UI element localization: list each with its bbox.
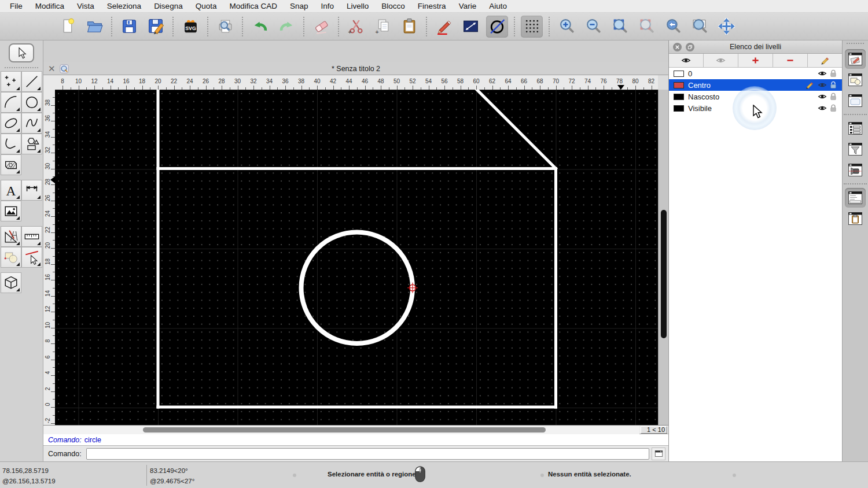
menu-disegna[interactable]: Disegna <box>148 0 189 13</box>
menu-info[interactable]: Info <box>315 0 341 13</box>
hide-all-layers-button[interactable] <box>704 54 738 67</box>
solid-tool-button[interactable] <box>1 272 21 293</box>
layer-list-toggle[interactable] <box>845 49 866 69</box>
zoom-previous-button[interactable] <box>662 16 684 38</box>
strip-drag-handle[interactable] <box>847 43 864 45</box>
distance-tool-button[interactable] <box>459 16 481 38</box>
laser-tool-toggle[interactable] <box>845 160 866 180</box>
menu-aiuto[interactable]: Aiuto <box>483 0 513 13</box>
grid-toggle[interactable] <box>521 16 543 38</box>
vertical-scrollbar[interactable] <box>658 90 668 425</box>
menu-blocco[interactable]: Blocco <box>375 0 411 13</box>
command-input[interactable] <box>86 448 649 460</box>
property-editor-toggle[interactable] <box>845 91 866 110</box>
layer-row-visibile[interactable]: Visibile <box>669 102 842 114</box>
layer-lock-icon[interactable] <box>829 80 838 90</box>
layer-visibility-icon[interactable] <box>818 103 827 113</box>
ellipse-tool-button[interactable] <box>1 113 21 134</box>
hatch-tool-button[interactable] <box>1 154 21 175</box>
cut-button[interactable]: + <box>345 16 367 38</box>
svg-export-button[interactable]: SVG <box>179 16 201 38</box>
spline-tool-button[interactable] <box>21 113 42 134</box>
line-tool-button[interactable] <box>21 71 42 92</box>
cad-tools-button[interactable] <box>1 226 21 247</box>
open-button[interactable] <box>83 16 105 38</box>
layer-visibility-icon[interactable] <box>818 69 827 78</box>
modify-tool-button[interactable] <box>1 247 21 268</box>
menu-snap[interactable]: Snap <box>284 0 315 13</box>
menu-finestra[interactable]: Finestra <box>411 0 453 13</box>
menu-quota[interactable]: Quota <box>189 0 223 13</box>
layer-row-nascosto[interactable]: Nascosto <box>669 91 842 102</box>
layer-row-0[interactable]: 0 <box>669 68 842 79</box>
remove-layer-button[interactable] <box>773 54 808 67</box>
horizontal-scrollbar-thumb[interactable] <box>143 427 546 432</box>
command-panel-button[interactable] <box>652 448 665 460</box>
measure-tool-button[interactable] <box>21 226 42 247</box>
dimension-tool-button[interactable] <box>21 180 42 201</box>
pan-button[interactable] <box>715 16 737 38</box>
edit-layer-button[interactable] <box>808 54 842 67</box>
image-tool-button[interactable] <box>1 201 21 221</box>
redo-button[interactable] <box>275 16 297 38</box>
palette-drag-handle[interactable] <box>5 67 38 69</box>
auto-zoom-toggle[interactable] <box>486 16 508 38</box>
block-list-toggle[interactable] <box>845 70 866 90</box>
zoom-auto-button[interactable] <box>609 16 631 38</box>
print-preview-button[interactable] <box>214 16 236 38</box>
ruler-tick-label: 26 <box>203 78 209 84</box>
edit-layer-icon[interactable] <box>805 80 814 90</box>
layer-visibility-icon[interactable] <box>818 92 827 101</box>
show-all-layers-button[interactable] <box>669 54 704 67</box>
modify-trim-button[interactable] <box>21 247 42 268</box>
horizontal-scrollbar[interactable] <box>43 426 639 434</box>
ruler-tick <box>540 86 540 90</box>
vertical-scrollbar-thumb[interactable] <box>661 210 667 338</box>
menu-livello[interactable]: Livello <box>340 0 375 13</box>
selection-arrow-icon <box>14 46 28 60</box>
menu-file[interactable]: File <box>3 0 29 13</box>
polyline-tool-button[interactable] <box>1 134 21 154</box>
layer-row-centro[interactable]: Centro <box>669 79 842 91</box>
menu-seleziona[interactable]: Seleziona <box>101 0 148 13</box>
command-line-toggle[interactable] <box>845 188 866 208</box>
text-tool-button[interactable]: A <box>1 180 21 201</box>
cadtools-icon <box>3 228 19 245</box>
points-tool-button[interactable] <box>1 71 21 92</box>
circle-entity[interactable] <box>301 232 413 344</box>
layer-visibility-icon[interactable] <box>818 80 827 90</box>
library-browser-toggle[interactable] <box>845 119 866 138</box>
layer-lock-icon[interactable] <box>829 69 838 78</box>
clipboard-panel-toggle[interactable] <box>845 209 866 228</box>
line-entity[interactable] <box>457 90 556 169</box>
menu-vista[interactable]: Vista <box>71 0 101 13</box>
minus-icon <box>785 56 795 65</box>
copy-button[interactable]: + <box>372 16 393 38</box>
ruler-tick-label: 8 <box>61 78 64 84</box>
zoom-window-button[interactable] <box>689 16 711 38</box>
layer-lock-icon[interactable] <box>829 92 838 101</box>
edit-pencil-button[interactable] <box>433 16 455 38</box>
shape-tool-button[interactable] <box>21 134 42 154</box>
undo-button[interactable] <box>249 16 271 38</box>
menu-modifica[interactable]: Modifica <box>29 0 71 13</box>
delete-button[interactable] <box>310 16 332 38</box>
circle-tool-button[interactable] <box>21 92 42 113</box>
zoom-selection-button[interactable] <box>635 16 657 38</box>
menu-modifica-cad[interactable]: Modifica CAD <box>223 0 284 13</box>
selection-filter-toggle[interactable] <box>845 139 866 159</box>
selection-tool-button[interactable] <box>9 43 34 62</box>
layer-lock-icon[interactable] <box>829 103 838 113</box>
zoom-out-button[interactable] <box>582 16 604 38</box>
menu-varie[interactable]: Varie <box>453 0 483 13</box>
menu-bar: FileModificaVistaSelezionaDisegnaQuotaMo… <box>0 0 868 13</box>
add-layer-button[interactable] <box>738 54 773 67</box>
arc-tool-button[interactable] <box>1 92 21 113</box>
zoom-in-button[interactable] <box>556 16 578 38</box>
save-as-button[interactable] <box>145 16 167 38</box>
save-button[interactable] <box>118 16 140 38</box>
paste-button[interactable] <box>398 16 420 38</box>
ruler-tick <box>429 86 429 90</box>
drawing-canvas[interactable] <box>55 90 658 425</box>
new-document-button[interactable] <box>57 16 79 38</box>
